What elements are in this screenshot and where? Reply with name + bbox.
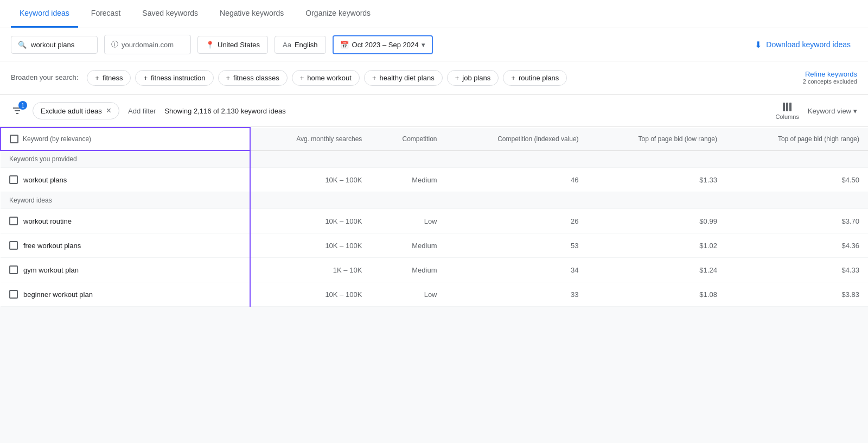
table-row: workout routine 10K – 100K Low 26 $0.99 …	[1, 209, 868, 233]
avg-monthly-beginner-workout: 10K – 100K	[250, 282, 371, 307]
row-checkbox-workout-plans[interactable]	[9, 175, 18, 184]
competition-workout-routine: Low	[371, 209, 445, 233]
language-value: English	[295, 41, 318, 49]
th-bid-high: Top of page bid (high range)	[726, 128, 868, 150]
broaden-chips: + fitness + fitness instruction + fitnes…	[87, 70, 794, 86]
bid-low-free-workout: $1.02	[588, 233, 726, 258]
broaden-chip-job-plans[interactable]: + job plans	[447, 70, 499, 86]
plus-icon: +	[226, 74, 231, 82]
plus-icon: +	[511, 74, 515, 82]
location-icon: 📍	[206, 41, 214, 49]
plus-icon: +	[455, 74, 459, 82]
chevron-down-icon: ▾	[422, 41, 425, 49]
tab-keyword-ideas[interactable]: Keyword ideas	[11, 0, 78, 28]
svg-rect-0	[783, 103, 785, 111]
table-row: gym workout plan 1K – 10K Medium 34 $1.2…	[1, 258, 868, 282]
tab-negative-keywords[interactable]: Negative keywords	[211, 0, 292, 28]
select-all-checkbox[interactable]	[10, 135, 18, 143]
bid-high-beginner-workout: $3.83	[726, 282, 868, 307]
search-box[interactable]: 🔍 workout plans	[11, 36, 98, 54]
search-icon: 🔍	[18, 41, 27, 49]
plus-icon: +	[143, 74, 148, 82]
filter-badge: 1	[18, 101, 27, 110]
th-bid-low: Top of page bid (low range)	[588, 128, 726, 150]
chip-label: home workout	[307, 74, 352, 82]
broaden-chip-fitness-classes[interactable]: + fitness classes	[218, 70, 288, 86]
showing-text: Showing 2,116 of 2,130 keyword ideas	[164, 107, 767, 115]
exclude-adult-pill[interactable]: Exclude adult ideas ×	[33, 102, 119, 119]
download-button[interactable]: ⬇ Download keyword ideas	[748, 35, 857, 54]
keywords-table: Keyword (by relevance) Avg. monthly sear…	[0, 127, 868, 307]
chip-label: routine plans	[519, 74, 559, 82]
comp-index-beginner-workout: 33	[446, 282, 588, 307]
competition-gym-workout: Medium	[371, 258, 445, 282]
row-checkbox-free-workout-plans[interactable]	[9, 241, 18, 250]
bid-low-gym-workout: $1.24	[588, 258, 726, 282]
broaden-chip-fitness-instruction[interactable]: + fitness instruction	[135, 70, 213, 86]
language-filter[interactable]: Aa English	[275, 36, 326, 54]
tab-saved-keywords[interactable]: Saved keywords	[133, 0, 207, 28]
th-competition: Competition	[371, 128, 445, 150]
date-range-filter[interactable]: 📅 Oct 2023 – Sep 2024 ▾	[333, 35, 433, 54]
top-nav: Keyword ideas Forecast Saved keywords Ne…	[0, 0, 868, 28]
competition-free-workout: Medium	[371, 233, 445, 258]
th-keyword-label: Keyword (by relevance)	[23, 135, 91, 143]
row-checkbox-gym-workout-plan[interactable]	[9, 265, 18, 274]
section-header-ideas: Keyword ideas	[1, 192, 868, 209]
chip-label: fitness classes	[233, 74, 279, 82]
row-checkbox-beginner-workout-plan[interactable]	[9, 290, 18, 299]
competition-beginner-workout: Low	[371, 282, 445, 307]
location-filter[interactable]: 📍 United States	[197, 36, 268, 54]
chip-label: job plans	[462, 74, 490, 82]
refine-keywords-button[interactable]: Refine keywords	[803, 70, 857, 78]
columns-icon	[782, 102, 793, 112]
toolbar: 🔍 workout plans ⓘ yourdomain.com 📍 Unite…	[0, 28, 868, 61]
competition-workout-plans: Medium	[371, 168, 445, 192]
row-checkbox-workout-routine[interactable]	[9, 217, 18, 225]
bid-high-gym-workout: $4.33	[726, 258, 868, 282]
section-header-provided: Keywords you provided	[1, 150, 868, 168]
translate-icon: Aa	[283, 41, 291, 49]
broaden-chip-routine-plans[interactable]: + routine plans	[503, 70, 567, 86]
comp-index-gym-workout: 34	[446, 258, 588, 282]
refine-sub-label: 2 concepts excluded	[803, 78, 857, 85]
tab-forecast[interactable]: Forecast	[82, 0, 129, 28]
comp-index-workout-plans: 46	[446, 168, 588, 192]
remove-exclude-icon[interactable]: ×	[106, 106, 111, 116]
th-keyword: Keyword (by relevance)	[1, 128, 250, 150]
download-label: Download keyword ideas	[766, 40, 851, 49]
comp-index-free-workout: 53	[446, 233, 588, 258]
plus-icon: +	[300, 74, 304, 82]
columns-button[interactable]: Columns	[775, 102, 799, 120]
broaden-chip-healthy-diet[interactable]: + healthy diet plans	[364, 70, 443, 86]
keyword-cell-gym-workout: gym workout plan	[1, 258, 250, 282]
broaden-chip-fitness[interactable]: + fitness	[87, 70, 131, 86]
avg-monthly-workout-plans: 10K – 100K	[250, 168, 371, 192]
plus-icon: +	[372, 74, 376, 82]
keyword-view-button[interactable]: Keyword view ▾	[808, 107, 857, 115]
add-filter-button[interactable]: Add filter	[128, 107, 156, 115]
table-row: beginner workout plan 10K – 100K Low 33 …	[1, 282, 868, 307]
info-icon: ⓘ	[111, 40, 118, 49]
keyword-value: workout plans	[23, 176, 67, 184]
keyword-view-label: Keyword view	[808, 107, 851, 115]
tab-organize-keywords[interactable]: Organize keywords	[297, 0, 379, 28]
th-avg-monthly: Avg. monthly searches	[250, 128, 371, 150]
bid-high-free-workout: $4.36	[726, 233, 868, 258]
columns-label: Columns	[775, 113, 799, 120]
broaden-chip-home-workout[interactable]: + home workout	[292, 70, 360, 86]
keyword-value: beginner workout plan	[23, 290, 93, 299]
domain-box[interactable]: ⓘ yourdomain.com	[104, 35, 191, 54]
keyword-cell-beginner-workout: beginner workout plan	[1, 282, 250, 307]
download-icon: ⬇	[755, 40, 762, 50]
keyword-view-chevron: ▾	[853, 107, 857, 115]
location-value: United States	[218, 41, 260, 49]
keyword-cell-workout-routine: workout routine	[1, 209, 250, 233]
keyword-cell-free-workout: free workout plans	[1, 233, 250, 258]
section-label-ideas: Keyword ideas	[1, 192, 250, 209]
avg-monthly-gym-workout: 1K – 10K	[250, 258, 371, 282]
filter-icon-container[interactable]: 1	[11, 104, 24, 117]
svg-rect-2	[789, 103, 792, 111]
comp-index-workout-routine: 26	[446, 209, 588, 233]
keyword-value: gym workout plan	[23, 266, 79, 274]
